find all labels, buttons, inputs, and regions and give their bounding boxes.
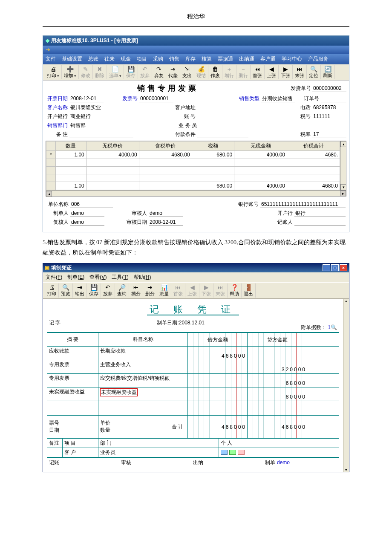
openbank-field[interactable] <box>294 210 346 217</box>
output-button[interactable]: ⇥输出 <box>73 283 87 298</box>
entry-credit[interactable]: 68000 <box>248 374 307 387</box>
bank-acct-field[interactable] <box>260 201 346 208</box>
entry-debit[interactable] <box>188 360 248 373</box>
menu-item[interactable]: 采购 <box>153 55 163 63</box>
horizontal-scrollbar[interactable]: ◂▸ <box>46 190 346 196</box>
flow-button[interactable]: 📊流量 <box>157 283 171 298</box>
clerk-field[interactable] <box>199 122 250 129</box>
paycond-field[interactable] <box>197 131 248 138</box>
grid-cell[interactable]: 4680.00 <box>139 151 192 159</box>
cust-addr-field[interactable] <box>197 104 248 111</box>
last-button[interactable]: ⏭末张 <box>293 65 307 79</box>
print-button[interactable]: 🖨打印 <box>45 65 62 79</box>
scroll-up-icon[interactable]: ▴ <box>340 141 346 147</box>
rechecker-field[interactable] <box>70 219 104 226</box>
minimize-button[interactable]: _ <box>323 264 330 271</box>
entry-account[interactable]: 应交税费/应交增值税/销项税额 <box>98 374 188 387</box>
invoice-date-field[interactable] <box>69 95 104 102</box>
scroll-right-icon[interactable]: ▸ <box>340 191 346 197</box>
menu-item[interactable]: 客户通 <box>260 55 276 63</box>
abandon-button[interactable]: ↷弃复 <box>152 65 166 79</box>
menu-item[interactable]: 核算 <box>202 55 212 63</box>
entry-account[interactable]: 长期应收款 <box>98 347 188 360</box>
entry-debit[interactable] <box>188 387 248 401</box>
insert-button[interactable]: ⇤插分 <box>129 283 143 298</box>
close-button[interactable]: × <box>340 264 347 271</box>
advance-button[interactable]: ⇥代垫 <box>166 65 180 79</box>
menu-item[interactable]: 销售 <box>169 55 179 63</box>
scroll-down-icon[interactable]: ▾ <box>340 184 346 190</box>
voucher-entry-row[interactable]: 未实现融资收益未实现融资收益80000 <box>47 387 339 401</box>
unit-name-field[interactable] <box>70 201 113 208</box>
taxno-field[interactable] <box>312 113 346 120</box>
menu-item[interactable]: 票据通 <box>218 55 233 63</box>
entry-summary[interactable]: 专用发票 <box>47 374 98 387</box>
card-icon-3[interactable] <box>238 450 245 455</box>
grid-cell[interactable]: 4000.00 <box>234 151 287 159</box>
order-no-field[interactable] <box>321 95 346 102</box>
menu-item[interactable]: 现金 <box>121 55 131 63</box>
entry-summary[interactable]: 专用发票 <box>47 360 98 373</box>
card-icon-2[interactable] <box>229 450 236 455</box>
checkdate-field[interactable] <box>149 219 183 226</box>
scroll-left-icon[interactable]: ◂ <box>46 191 52 197</box>
entry-credit[interactable]: 320000 <box>248 360 307 373</box>
query-button[interactable]: 🔎查询 <box>115 283 129 298</box>
entry-account[interactable]: 主营业务收入 <box>98 360 188 373</box>
checker-field[interactable] <box>149 210 183 217</box>
void-button[interactable]: 🗑作废 <box>208 65 222 79</box>
menu-item[interactable]: 工具(T) <box>112 274 128 281</box>
bookkeeper-field[interactable] <box>294 219 346 226</box>
menu-item[interactable]: 基础设置 <box>62 55 82 63</box>
menu-item[interactable]: 产品服务 <box>308 55 329 63</box>
maximize-button[interactable]: □ <box>331 264 339 271</box>
menu-item[interactable]: 总账 <box>88 55 98 63</box>
taxrate-field[interactable] <box>312 131 346 138</box>
out-button[interactable]: ⇲支出 <box>180 65 194 79</box>
invoice-no-field[interactable] <box>139 95 173 102</box>
first-button[interactable]: ⏮首张 <box>251 65 265 79</box>
voucher-entry-row[interactable]: 应收账款长期应收款468000 <box>47 347 339 360</box>
vertical-scrollbar[interactable]: ▴▾ <box>343 299 349 472</box>
preview-button[interactable]: 🔍预览 <box>59 283 73 298</box>
next-button[interactable]: ▶下张 <box>279 65 293 79</box>
menu-item[interactable]: 文件 <box>46 55 56 63</box>
maker-field[interactable] <box>70 210 104 217</box>
menu-item[interactable]: 学习中心 <box>282 55 302 63</box>
entry-summary[interactable]: 未实现融资收益 <box>47 387 98 401</box>
menu-item[interactable]: 帮助(H) <box>134 274 151 281</box>
voucher-empty-row[interactable] <box>47 401 339 416</box>
card-icon[interactable] <box>221 450 228 455</box>
entry-debit[interactable]: 468000 <box>188 347 248 360</box>
remark-field[interactable] <box>69 131 133 138</box>
refresh-button[interactable]: 🔄刷新 <box>321 65 335 79</box>
ship-no-field[interactable] <box>312 85 346 92</box>
dept-field[interactable] <box>69 122 133 129</box>
bank-field[interactable] <box>69 113 133 120</box>
menu-item[interactable]: 查看(V) <box>89 274 107 281</box>
menu-item[interactable]: 往来 <box>104 55 115 63</box>
prev-button[interactable]: ◀上张 <box>265 65 279 79</box>
attachment-count[interactable]: 1 <box>328 324 331 330</box>
magnify-icon[interactable]: 🔍 <box>331 324 337 330</box>
cust-name-field[interactable] <box>69 104 133 111</box>
entry-account[interactable]: 未实现融资收益 <box>98 387 188 401</box>
entry-credit[interactable]: 80000 <box>248 387 307 401</box>
help-button[interactable]: ❓帮助 <box>228 283 242 298</box>
grid-cell[interactable]: 4000.00 <box>86 151 139 159</box>
phone-field[interactable] <box>312 104 346 111</box>
abandon-button[interactable]: ↶放弃 <box>101 283 115 298</box>
menu-item[interactable]: 项目 <box>137 55 147 63</box>
menu-item[interactable]: 出纳通 <box>239 55 254 63</box>
sale-type-field[interactable] <box>261 95 295 102</box>
voucher-entry-row[interactable]: 专用发票主营业务收入320000 <box>47 360 339 374</box>
menu-item[interactable]: 文件(F) <box>46 274 62 281</box>
acct-field[interactable] <box>197 113 248 120</box>
entry-debit[interactable] <box>188 374 248 387</box>
voucher-entry-row[interactable]: 专用发票应交税费/应交增值税/销项税额68000 <box>47 374 339 387</box>
exit-button[interactable]: 🚪退出 <box>242 283 256 298</box>
menu-item[interactable]: 库存 <box>185 55 196 63</box>
entry-summary[interactable]: 应收账款 <box>47 347 98 360</box>
print-button[interactable]: 🖨打印 <box>45 283 59 298</box>
save-button[interactable]: 💾保存 <box>87 283 101 298</box>
